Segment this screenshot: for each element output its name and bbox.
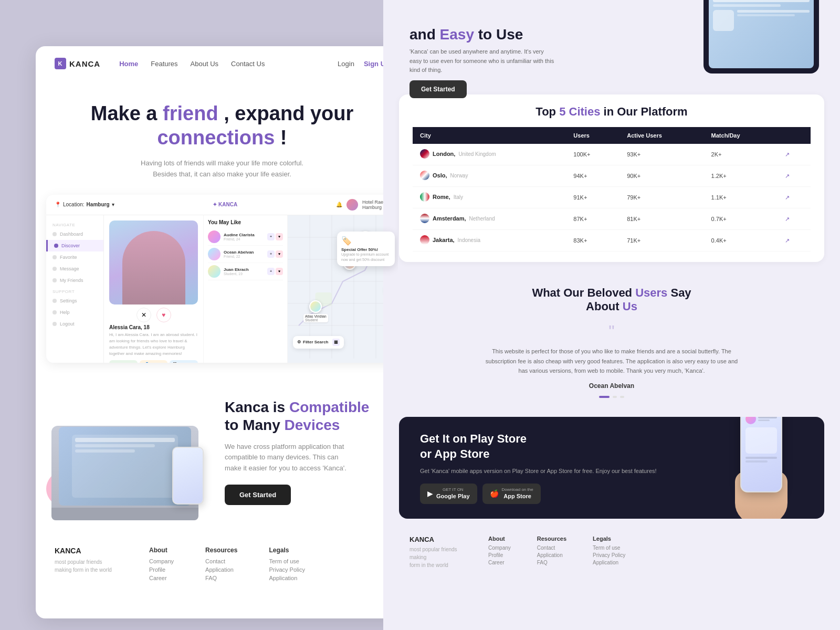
sidebar-item-dashboard[interactable]: Dashboard (46, 228, 103, 240)
logo-icon: K (55, 58, 66, 69)
city-cell: Rome, Italy (413, 187, 566, 208)
filter-search-button[interactable]: ⚙ Filter Search ▦ (293, 336, 344, 349)
compatible-description: We have cross platform application that … (225, 442, 351, 474)
active-cell: 71K+ (620, 230, 704, 251)
city-cell: Amsterdam, Netherland (413, 208, 566, 230)
nav-item-features[interactable]: Features (151, 59, 177, 68)
get-started-button[interactable]: Get Started (225, 485, 291, 505)
testimonial-text: This website is perfect for those of you… (480, 346, 743, 376)
footer-link-application[interactable]: Application (205, 566, 237, 573)
right-footer-company[interactable]: Company (488, 545, 511, 551)
right-footer-faq[interactable]: FAQ (537, 560, 566, 565)
sidebar-item-help[interactable]: Help (46, 307, 103, 318)
dot-3[interactable] (620, 396, 624, 398)
mini-like-button[interactable]: ♥ (276, 233, 283, 240)
col-active: Active Users (620, 127, 704, 144)
sidebar-item-discover[interactable]: Discover (46, 240, 103, 251)
dot-1[interactable] (599, 396, 610, 398)
dislike-button[interactable]: ✕ (136, 308, 151, 322)
users-cell: 83K+ (566, 230, 620, 251)
link-cell[interactable]: ↗ (778, 230, 811, 251)
nav-item-about[interactable]: About Us (191, 59, 218, 68)
may-like-title: You May Like (208, 219, 283, 225)
tablet-mockup-container (704, 0, 835, 94)
mini-msg-button-2[interactable]: + (267, 250, 275, 258)
col-match: Match/Day (704, 127, 778, 144)
message-button[interactable]: 💬 Message (170, 360, 198, 363)
right-footer-terms[interactable]: Term of use (593, 545, 625, 551)
sidebar-item-message[interactable]: Message (46, 263, 103, 275)
pin-label-atlas: Atlas ViridianStudent (303, 314, 328, 322)
mini-msg-button[interactable]: + (267, 233, 275, 240)
footer-col-resources-title: Resources (205, 547, 237, 554)
right-footer-privacy[interactable]: Privacy Policy (593, 552, 625, 558)
map-pin-atlas: Atlas ViridianStudent (303, 300, 328, 322)
may-like-name-1: Audine Clarista (224, 233, 264, 237)
sidebar-item-favorite[interactable]: Favorite (46, 251, 103, 263)
table-link-icon[interactable]: ↗ (785, 173, 790, 179)
google-play-button[interactable]: ▶ GET IT ON Google Play (420, 484, 477, 504)
profile-image (109, 220, 198, 304)
login-link[interactable]: Login (338, 60, 354, 68)
quote-mark: " (410, 322, 814, 341)
footer-link-career[interactable]: Career (149, 575, 174, 581)
friend-button[interactable]: 👤 Friend (140, 360, 168, 363)
cities-title-pre: Top (536, 105, 559, 118)
footer: KANCA most popular friends making form i… (36, 536, 408, 594)
like-button[interactable]: ♥ (156, 308, 171, 322)
right-footer-app-legal[interactable]: Application (593, 560, 625, 565)
right-footer-contact[interactable]: Contact (537, 545, 566, 551)
match-cell: 2K+ (704, 144, 778, 165)
app-store-button[interactable]: 🍎 Download on the App Store (482, 484, 541, 504)
sidebar-item-settings[interactable]: Settings (46, 295, 103, 307)
nav-item-contact[interactable]: Contact Us (231, 59, 265, 68)
cities-table-header: City Users Active Users Match/Day (413, 127, 811, 144)
logo[interactable]: K KANCA (55, 58, 100, 69)
right-footer-application[interactable]: Application (537, 552, 566, 558)
table-link-icon[interactable]: ↗ (785, 151, 790, 158)
mini-msg-button-3[interactable]: + (267, 268, 275, 275)
nav-right: Login Sign Up (338, 60, 390, 68)
mini-like-button-2[interactable]: ♥ (276, 250, 283, 258)
app-store-text: Download on the App Store (502, 487, 533, 500)
footer-link-company[interactable]: Company (149, 558, 174, 564)
right-footer-profile[interactable]: Profile (488, 552, 511, 558)
footer-link-contact[interactable]: Contact (205, 558, 237, 564)
table-link-icon[interactable]: ↗ (785, 237, 790, 244)
sidebar-dot-active (54, 244, 58, 248)
trip-button[interactable]: ✈ Trip (109, 360, 138, 363)
compatible-headline: Kanca is Compatible to Many Devices (225, 398, 369, 434)
footer-link-privacy[interactable]: Privacy Policy (269, 566, 304, 573)
footer-link-faq[interactable]: FAQ (205, 575, 237, 581)
footer-link-profile[interactable]: Profile (149, 566, 174, 573)
dot-2[interactable] (613, 396, 617, 398)
bell-icon: 🔔 (336, 202, 342, 207)
compatible-accent2: Devices (285, 417, 340, 433)
table-row: London, United Kingdom 100K+ 93K+ 2K+ ↗ (413, 144, 811, 165)
table-row: Amsterdam, Netherland 87K+ 81K+ 0.7K+ ↗ (413, 208, 811, 230)
link-cell[interactable]: ↗ (778, 187, 811, 208)
link-cell[interactable]: ↗ (778, 144, 811, 165)
sidebar-item-logout[interactable]: Logout (46, 318, 103, 330)
sidebar-item-friends[interactable]: My Friends (46, 275, 103, 286)
user-avatar (346, 199, 358, 211)
app-mockup: 📍 Location: Hamburg ▾ ✦ KANCA 🔔 Hotel Ra… (46, 195, 398, 363)
sidebar-dot (52, 255, 57, 259)
right-footer-career[interactable]: Career (488, 560, 511, 565)
right-footer-brand-desc: most popular friends makingform in the w… (410, 545, 462, 569)
link-cell[interactable]: ↗ (778, 208, 811, 230)
nav-item-home[interactable]: Home (119, 59, 138, 68)
table-link-icon[interactable]: ↗ (785, 216, 790, 222)
table-link-icon[interactable]: ↗ (785, 194, 790, 201)
footer-link-app[interactable]: Application (269, 575, 304, 581)
sidebar-section-support: SUPPORT (46, 286, 103, 295)
profile-description: Hi, I am Alessia Cara. I am an abroad st… (109, 332, 198, 357)
link-cell[interactable]: ↗ (778, 165, 811, 187)
footer-link-terms[interactable]: Term of use (269, 558, 304, 564)
easy-cta-button[interactable]: Get Started (410, 80, 467, 98)
footer-col-about: About Company Profile Career (149, 547, 174, 583)
hero-headline: Make a friend , expand your connections … (67, 102, 377, 150)
profile-name: Alessia Cara, 18 (109, 324, 198, 330)
may-like-sub-2: Friend, 22 (224, 255, 264, 258)
mini-like-button-3[interactable]: ♥ (276, 268, 283, 275)
